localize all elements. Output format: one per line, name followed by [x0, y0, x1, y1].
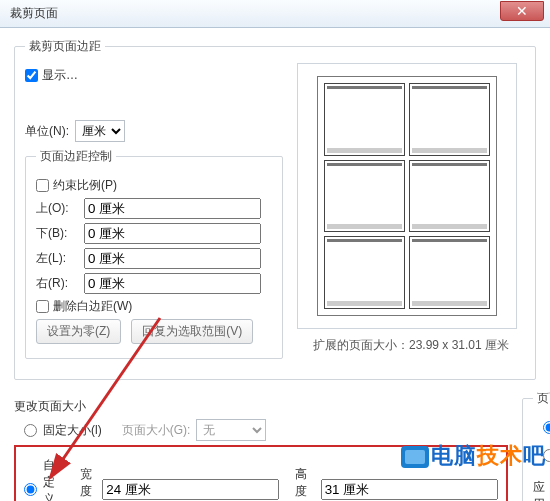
revert-selection-button[interactable]: 回复为选取范围(V) — [131, 319, 253, 344]
units-select[interactable]: 厘米 — [75, 120, 125, 142]
preview-thumb — [409, 160, 490, 233]
resize-section-title: 更改页面大小 — [14, 398, 508, 415]
custom-size-radio[interactable] — [24, 483, 37, 496]
constrain-checkbox-input[interactable] — [36, 179, 49, 192]
constrain-label: 约束比例(P) — [53, 177, 117, 194]
margin-bottom-label: 下(B): — [36, 225, 78, 242]
all-pages-radio[interactable] — [543, 421, 550, 434]
units-label: 单位(N): — [25, 123, 69, 140]
margin-left-input[interactable] — [84, 248, 261, 269]
remove-white-checkbox[interactable]: 删除白边距(W) — [36, 298, 132, 315]
preview-thumb — [324, 236, 405, 309]
margins-group: 页面边距控制 约束比例(P) 上(O): 下(B): — [25, 148, 283, 359]
window-close-button[interactable]: ✕ — [500, 1, 544, 21]
preview-thumb — [409, 236, 490, 309]
title-bar: 裁剪页面 ✕ — [0, 0, 550, 28]
crop-margins-group: 裁剪页面边距 显示… 单位(N): 厘米 — [14, 38, 536, 380]
height-label: 高度(H): — [295, 466, 315, 502]
width-label: 宽度(l): — [80, 466, 96, 502]
fixed-size-radio[interactable] — [24, 424, 37, 437]
margin-top-label: 上(O): — [36, 200, 78, 217]
window-title: 裁剪页面 — [10, 5, 58, 22]
margin-left-label: 左(L): — [36, 250, 78, 267]
fixed-size-label: 固定大小(l) — [43, 422, 102, 439]
remove-white-input[interactable] — [36, 300, 49, 313]
set-zero-button[interactable]: 设置为零(Z) — [36, 319, 121, 344]
preview-thumb — [324, 83, 405, 156]
remove-white-label: 删除白边距(W) — [53, 298, 132, 315]
width-input[interactable] — [102, 479, 279, 500]
page-preview — [297, 63, 517, 329]
page-range-legend: 页面范围 — [533, 390, 550, 407]
close-icon: ✕ — [516, 3, 528, 19]
height-input[interactable] — [321, 479, 498, 500]
apply-to-label: 应用到(Y): — [533, 479, 550, 501]
show-checkbox[interactable]: 显示… — [25, 67, 78, 84]
constrain-checkbox[interactable]: 约束比例(P) — [36, 177, 117, 194]
crop-margins-legend: 裁剪页面边距 — [25, 38, 105, 55]
preview-caption: 扩展的页面大小：23.99 x 31.01 厘米 — [297, 337, 525, 354]
watermark-icon — [401, 446, 429, 468]
show-checkbox-label: 显示… — [42, 67, 78, 84]
preview-thumb — [324, 160, 405, 233]
pagesize-label: 页面大小(G): — [122, 422, 191, 439]
margins-legend: 页面边距控制 — [36, 148, 116, 165]
custom-size-label: 自定义(U) — [43, 457, 65, 501]
site-watermark: 电脑技术吧 — [401, 441, 546, 471]
margin-right-input[interactable] — [84, 273, 261, 294]
preview-thumb — [409, 83, 490, 156]
margin-right-label: 右(R): — [36, 275, 78, 292]
margin-top-input[interactable] — [84, 198, 261, 219]
pagesize-select[interactable]: 无 — [196, 419, 266, 441]
preview-page — [317, 76, 497, 316]
smudged-area — [25, 88, 283, 116]
margin-bottom-input[interactable] — [84, 223, 261, 244]
show-checkbox-input[interactable] — [25, 69, 38, 82]
